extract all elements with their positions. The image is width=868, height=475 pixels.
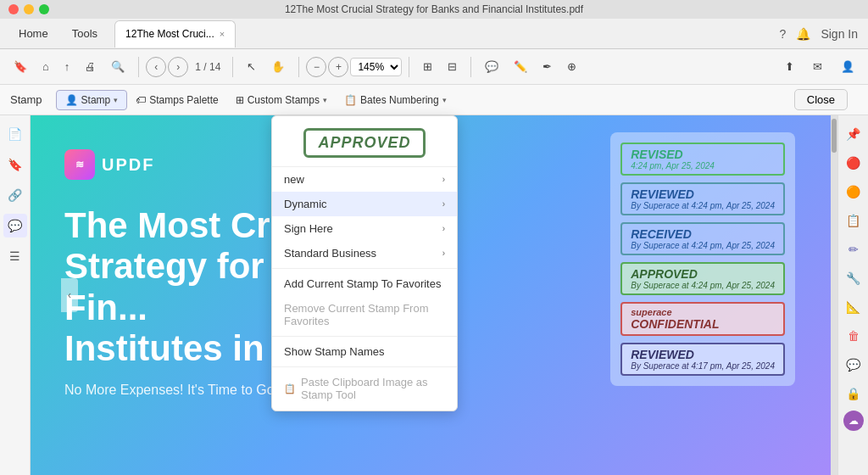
highlight-btn[interactable]: ✏️ bbox=[507, 57, 534, 76]
anno-bar-right: Close bbox=[794, 89, 858, 110]
right-sidebar-icon-4[interactable]: 📋 bbox=[842, 209, 865, 232]
stamp-menu-preview: APPROVED bbox=[272, 120, 457, 167]
paste-clipboard-icon: 📋 bbox=[284, 383, 296, 394]
minimize-window-btn[interactable] bbox=[24, 4, 34, 14]
menu-item-new[interactable]: new › bbox=[272, 167, 457, 192]
custom-stamps-arrow: ▾ bbox=[323, 96, 327, 104]
select-cursor-btn[interactable]: ↖ bbox=[240, 57, 263, 76]
annotation-bar: Stamp 👤 Stamp ▾ 🏷 Stamps Palette ⊞ Custo… bbox=[0, 85, 868, 115]
help-btn[interactable]: ? bbox=[780, 27, 787, 41]
stamp-section-label: Stamp bbox=[10, 93, 56, 106]
stamp-reviewed: REVIEWED By Superace at 4:24 pm, Apr 25,… bbox=[620, 182, 785, 215]
page-info: 1 / 14 bbox=[190, 61, 225, 73]
bookmark-btn[interactable]: 🔖 bbox=[7, 57, 34, 76]
main-toolbar: 🔖 ⌂ ↑ 🖨 🔍 ‹ › 1 / 14 ↖ ✋ − + 145% 100% 7… bbox=[0, 49, 868, 85]
zoom-tool-btn[interactable]: 🔍 bbox=[104, 57, 131, 76]
menu-separator-2 bbox=[272, 336, 457, 337]
new-chevron-icon: › bbox=[442, 175, 445, 184]
fullscreen-window-btn[interactable] bbox=[39, 4, 49, 14]
menu-item-add-to-favorites[interactable]: Add Current Stamp To Favorites bbox=[272, 271, 457, 296]
tab-close-btn[interactable]: × bbox=[220, 29, 225, 39]
approved-stamp-preview: APPROVED bbox=[303, 128, 425, 158]
toolbar-sep-1 bbox=[138, 57, 139, 77]
sidebar-link-icon[interactable]: 🔗 bbox=[3, 183, 27, 207]
stamp-previews-panel: REVISED 4:24 pm, Apr 25, 2024 REVIEWED B… bbox=[610, 132, 795, 386]
zoom-level-select[interactable]: 145% 100% 75% 50% bbox=[350, 58, 402, 76]
right-sidebar-icon-2[interactable]: 🔴 bbox=[842, 151, 865, 175]
scroll-thumb[interactable] bbox=[832, 119, 837, 153]
menu-item-dynamic[interactable]: Dynamic › bbox=[272, 192, 457, 216]
email-btn[interactable]: ✉ bbox=[806, 57, 829, 76]
prev-page-btn[interactable]: ‹ bbox=[146, 57, 166, 77]
print-btn[interactable]: 🖨 bbox=[78, 57, 103, 76]
upload-btn[interactable]: ↑ bbox=[58, 57, 77, 76]
standard-business-chevron-icon: › bbox=[442, 249, 445, 258]
comment-btn[interactable]: 💬 bbox=[478, 57, 505, 76]
bates-numbering-btn[interactable]: 📋 Bates Numbering ▾ bbox=[336, 91, 455, 109]
traffic-lights bbox=[8, 4, 49, 14]
next-page-btn[interactable]: › bbox=[168, 57, 188, 77]
stamp-reviewed-blue: REVIEWED By Superace at 4:17 pm, Apr 25,… bbox=[620, 343, 785, 376]
active-tab[interactable]: 12The Most Cruci... × bbox=[114, 20, 236, 48]
right-sidebar-icon-10[interactable]: 🔒 bbox=[842, 382, 865, 405]
stamp-icon: 👤 bbox=[65, 94, 78, 106]
scroll-left-btn[interactable]: ‹ bbox=[61, 278, 78, 312]
bates-arrow: ▾ bbox=[442, 96, 447, 104]
title-bar: 12The Most Crucial Strategy for Banks an… bbox=[0, 0, 868, 19]
stamp-confidential: superace CONFIDENTIAL bbox=[620, 302, 785, 336]
user-profile-btn[interactable]: 👤 bbox=[834, 57, 861, 76]
tab-bar: Home Tools 12The Most Cruci... × ? 🔔 Sig… bbox=[0, 19, 868, 49]
close-annotation-btn[interactable]: Close bbox=[794, 89, 848, 110]
stamp-dropdown-arrow: ▾ bbox=[114, 96, 118, 104]
page-nav-group: ‹ › 1 / 14 bbox=[146, 57, 225, 77]
share-btn[interactable]: ⬆ bbox=[778, 57, 801, 76]
menu-item-standard-business[interactable]: Standard Business › bbox=[272, 241, 457, 265]
stamp-approved: APPROVED By Superace at 4:24 pm, Apr 25,… bbox=[620, 262, 785, 295]
hand-tool-btn[interactable]: ✋ bbox=[264, 57, 292, 76]
right-sidebar-icon-7[interactable]: 📐 bbox=[842, 295, 865, 319]
sign-in-btn[interactable]: Sign In bbox=[821, 27, 858, 41]
home-tool-btn[interactable]: ⌂ bbox=[36, 57, 56, 76]
draw-btn[interactable]: ✒ bbox=[536, 57, 559, 76]
stamp-revised: REVISED 4:24 pm, Apr 25, 2024 bbox=[620, 142, 785, 176]
sidebar-bookmark-icon[interactable]: 🔖 bbox=[3, 153, 27, 176]
notifications-btn[interactable]: 🔔 bbox=[796, 27, 810, 41]
right-sidebar-icon-8[interactable]: 🗑 bbox=[842, 324, 865, 348]
menu-separator-3 bbox=[272, 366, 457, 367]
close-window-btn[interactable] bbox=[8, 4, 19, 14]
zoom-in-btn[interactable]: + bbox=[328, 57, 348, 77]
right-sidebar-icon-6[interactable]: 🔧 bbox=[842, 266, 865, 290]
stamps-palette-label: Stamps Palette bbox=[149, 94, 218, 106]
window-title: 12The Most Crucial Strategy for Banks an… bbox=[285, 3, 583, 15]
menu-item-show-stamp-names[interactable]: Show Stamp Names bbox=[272, 339, 457, 364]
stamp-btn-label: Stamp bbox=[81, 94, 111, 106]
sidebar-page-icon[interactable]: 📄 bbox=[3, 122, 27, 146]
right-sidebar-icon-1[interactable]: 📌 bbox=[842, 122, 865, 146]
custom-stamps-btn[interactable]: ⊞ Custom Stamps ▾ bbox=[227, 91, 336, 109]
pdf-scroll-handle[interactable] bbox=[831, 115, 837, 475]
toolbar-sep-3 bbox=[298, 57, 299, 77]
menu-item-sign-here[interactable]: Sign Here › bbox=[272, 216, 457, 241]
stamp-btn[interactable]: 👤 Stamp ▾ bbox=[56, 90, 128, 110]
bates-icon: 📋 bbox=[344, 94, 357, 106]
stamps-palette-btn[interactable]: 🏷 Stamps Palette bbox=[127, 91, 226, 109]
sticker-btn[interactable]: ⊕ bbox=[560, 57, 583, 76]
toolbar-sep-4 bbox=[409, 57, 409, 77]
right-sidebar-icon-5[interactable]: ✏ bbox=[842, 238, 865, 261]
stamp-received: RECEIVED By Superace at 4:24 pm, Apr 25,… bbox=[620, 222, 785, 255]
view-tool-group: ⊞ ⊟ bbox=[416, 57, 464, 76]
cursor-tool-group: ↖ ✋ bbox=[240, 57, 292, 76]
home-nav-btn[interactable]: Home bbox=[7, 24, 60, 43]
sidebar-comment-icon[interactable]: 💬 bbox=[3, 214, 27, 238]
sidebar-layers-icon[interactable]: ☰ bbox=[3, 244, 27, 268]
zoom-out-btn[interactable]: − bbox=[306, 57, 326, 77]
marquee-zoom-btn[interactable]: ⊞ bbox=[416, 57, 439, 76]
stamp-dropdown-menu: APPROVED new › Dynamic › Sign Here › Sta… bbox=[271, 115, 458, 411]
layout-btn[interactable]: ⊟ bbox=[441, 57, 464, 76]
right-sidebar-icon-9[interactable]: 💬 bbox=[842, 353, 865, 377]
updf-logo-icon: ≋ bbox=[64, 149, 95, 180]
zoom-group: − + 145% 100% 75% 50% bbox=[306, 57, 402, 77]
tools-nav-btn[interactable]: Tools bbox=[60, 24, 109, 43]
right-sidebar-icon-3[interactable]: 🟠 bbox=[842, 180, 865, 204]
right-sidebar-icon-11[interactable]: ☁ bbox=[843, 411, 864, 431]
